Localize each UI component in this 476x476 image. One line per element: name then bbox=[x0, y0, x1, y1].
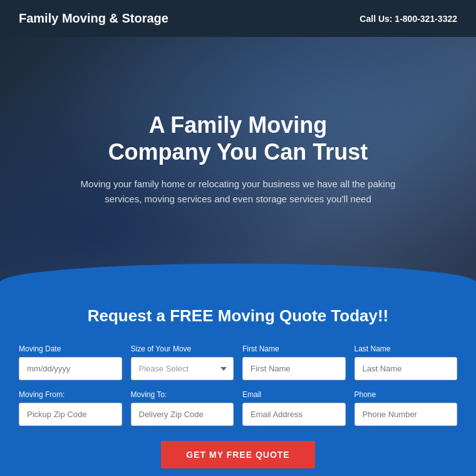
last-name-label: Last Name bbox=[354, 344, 458, 353]
moving-date-group: Moving Date bbox=[19, 344, 122, 380]
moving-to-label: Moving To: bbox=[131, 390, 234, 399]
phone-group: Phone bbox=[354, 390, 458, 426]
form-row-1: Moving Date Size of Your Move Please Sel… bbox=[19, 344, 457, 380]
hero-section: A Family MovingCompany You Can Trust Mov… bbox=[0, 37, 476, 281]
move-size-label: Size of Your Move bbox=[131, 344, 234, 353]
last-name-input[interactable] bbox=[354, 357, 458, 380]
call-label: Call Us: bbox=[360, 14, 392, 24]
form-row-2: Moving From: Moving To: Email Phone bbox=[19, 390, 457, 426]
quote-form-section: Request a FREE Moving Quote Today!! Movi… bbox=[0, 281, 476, 476]
submit-row: GET MY FREE QUOTE bbox=[19, 441, 457, 468]
site-header: Family Moving & Storage Call Us: 1-800-3… bbox=[0, 0, 476, 37]
hero-content: A Family MovingCompany You Can Trust Mov… bbox=[50, 111, 426, 207]
header-phone: Call Us: 1-800-321-3322 bbox=[360, 14, 457, 24]
submit-button[interactable]: GET MY FREE QUOTE bbox=[161, 441, 314, 468]
first-name-label: First Name bbox=[242, 344, 346, 353]
delivery-zip-input[interactable] bbox=[131, 403, 234, 426]
moving-from-group: Moving From: bbox=[19, 390, 122, 426]
phone-label: Phone bbox=[354, 390, 458, 399]
hero-title: A Family MovingCompany You Can Trust bbox=[75, 111, 401, 165]
phone-input[interactable] bbox=[354, 403, 458, 426]
email-label: Email bbox=[242, 390, 346, 399]
move-size-select[interactable]: Please Select Studio 1 Bedroom 2 Bedroom… bbox=[131, 357, 234, 380]
form-title: Request a FREE Moving Quote Today!! bbox=[19, 306, 457, 326]
first-name-group: First Name bbox=[242, 344, 346, 380]
moving-from-label: Moving From: bbox=[19, 390, 122, 399]
pickup-zip-input[interactable] bbox=[19, 403, 122, 426]
last-name-group: Last Name bbox=[354, 344, 458, 380]
moving-to-group: Moving To: bbox=[131, 390, 234, 426]
phone-number: 1-800-321-3322 bbox=[395, 14, 457, 24]
move-size-group: Size of Your Move Please Select Studio 1… bbox=[131, 344, 234, 380]
first-name-input[interactable] bbox=[242, 357, 346, 380]
moving-date-input[interactable] bbox=[19, 357, 122, 380]
hero-subtitle: Moving your family home or relocating yo… bbox=[75, 177, 401, 207]
site-logo: Family Moving & Storage bbox=[19, 11, 168, 26]
email-group: Email bbox=[242, 390, 346, 426]
moving-date-label: Moving Date bbox=[19, 344, 122, 353]
email-input[interactable] bbox=[242, 403, 346, 426]
